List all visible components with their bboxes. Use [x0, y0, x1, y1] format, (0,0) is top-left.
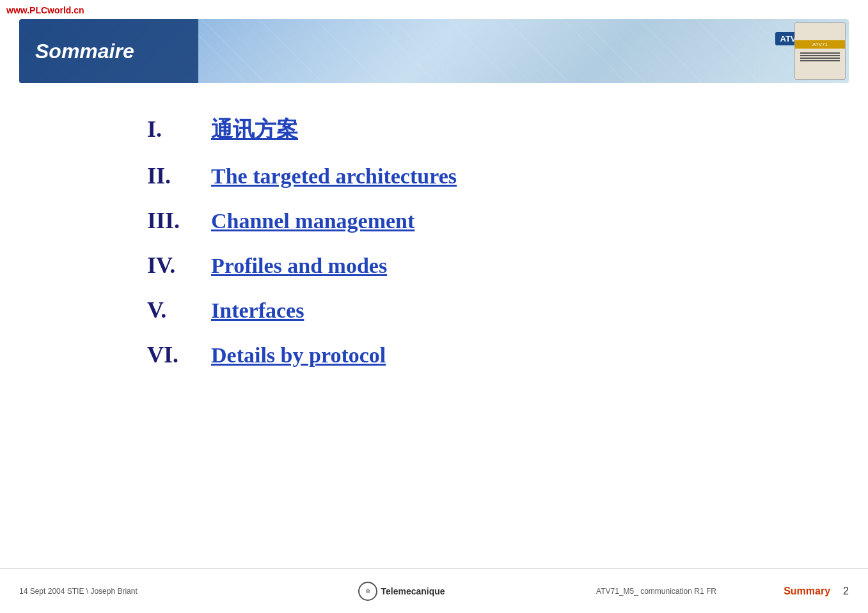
footer-file-info: ATV71_M5_ communication R1 FR — [529, 587, 784, 596]
device-detail — [800, 51, 840, 63]
menu-number-4: IV. — [147, 252, 211, 279]
menu-item-4: IV. Profiles and modes — [147, 252, 849, 279]
menu-link-6[interactable]: Details by protocol — [211, 343, 386, 368]
telemecanique-label: Telemecanique — [381, 586, 445, 596]
menu-link-2[interactable]: The targeted architectures — [211, 164, 457, 189]
menu-item-5: V. Interfaces — [147, 297, 849, 323]
footer: 14 Sept 2004 STIE \ Joseph Briant ⊕ Tele… — [0, 568, 868, 613]
telemecanique-icon: ⊕ — [358, 582, 377, 601]
header-logo-area: ATV71 ATV71 — [772, 19, 849, 83]
footer-page-number: 2 — [843, 586, 849, 597]
menu-item-1: I. 通讯方案 — [147, 115, 849, 144]
telemecanique-logo: ⊕ Telemecanique — [358, 582, 445, 601]
menu-item-2: II. The targeted architectures — [147, 162, 849, 189]
menu-number-6: VI. — [147, 341, 211, 368]
menu-number-2: II. — [147, 162, 211, 189]
menu-link-1[interactable]: 通讯方案 — [211, 115, 298, 144]
menu-number-5: V. — [147, 297, 211, 323]
menu-item-3: III. Channel management — [147, 207, 849, 234]
menu-number-1: I. — [147, 116, 211, 143]
header-banner: Sommaire ATV71 ATV71 — [19, 19, 849, 83]
footer-date-author: 14 Sept 2004 STIE \ Joseph Briant — [19, 587, 274, 596]
main-content: I. 通讯方案 II. The targeted architectures I… — [19, 102, 849, 562]
header-title-box: Sommaire — [19, 19, 198, 83]
menu-link-5[interactable]: Interfaces — [211, 299, 304, 323]
menu-item-6: VI. Details by protocol — [147, 341, 849, 368]
footer-summary-label: Summary — [784, 586, 830, 597]
menu-number-3: III. — [147, 207, 211, 234]
menu-link-4[interactable]: Profiles and modes — [211, 254, 387, 278]
device-image: ATV71 — [794, 22, 846, 80]
footer-center: ⊕ Telemecanique — [274, 582, 528, 601]
page-title: Sommaire — [35, 40, 134, 63]
device-label: ATV71 — [795, 40, 845, 49]
watermark-text: www.PLCworld.cn — [6, 5, 84, 15]
menu-link-3[interactable]: Channel management — [211, 209, 414, 233]
